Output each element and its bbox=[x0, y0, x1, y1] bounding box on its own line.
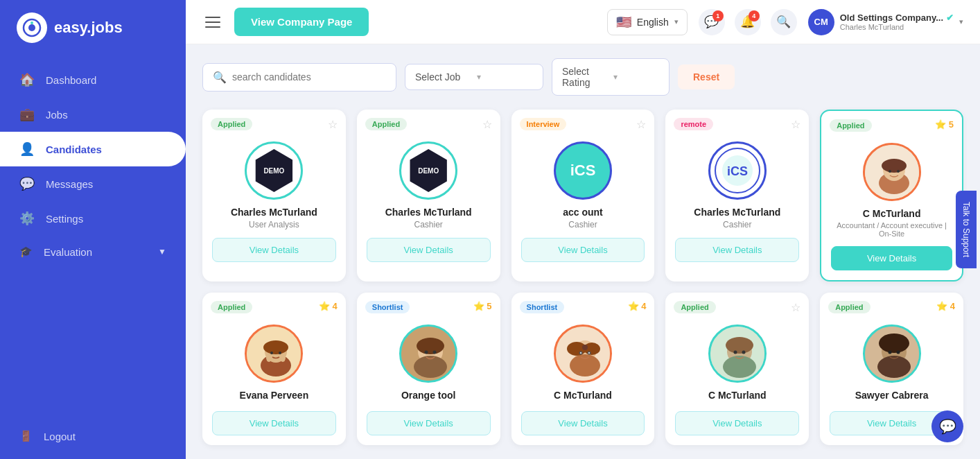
view-details-button[interactable]: View Details bbox=[675, 238, 799, 262]
messages-icon: 💬 bbox=[19, 176, 35, 191]
sidebar-nav: 🏠 Dashboard 💼 Jobs 👤 Candidates 💬 Messag… bbox=[0, 55, 186, 459]
view-details-button[interactable]: View Details bbox=[521, 411, 645, 435]
sidebar-item-settings[interactable]: ⚙️ Settings bbox=[0, 201, 186, 236]
avatar bbox=[245, 324, 303, 383]
candidate-job: Cashier bbox=[414, 220, 443, 230]
reset-button[interactable]: Reset bbox=[678, 64, 735, 89]
star-button[interactable]: ☆ bbox=[482, 118, 492, 131]
sidebar-label-messages: Messages bbox=[46, 178, 93, 190]
candidate-card: Applied ☆ DEMO Charles McTurland Cashier… bbox=[357, 110, 500, 282]
avatar: iCS bbox=[708, 141, 767, 200]
candidates-grid-row1: Applied ☆ DEMO Charles McTurland User An… bbox=[202, 110, 963, 282]
menu-line2 bbox=[205, 21, 220, 23]
sidebar-item-jobs[interactable]: 💼 Jobs bbox=[0, 97, 186, 132]
status-badge: Applied bbox=[365, 118, 407, 130]
language-selector[interactable]: 🇺🇸 English ▾ bbox=[607, 9, 688, 35]
status-badge: Shortlist bbox=[365, 301, 410, 313]
search-icon: 🔍 bbox=[213, 71, 227, 84]
star-rating: ⭐ 5 bbox=[473, 301, 492, 311]
chat-icon-button[interactable]: 💬 1 bbox=[699, 9, 725, 35]
sidebar-label-settings: Settings bbox=[46, 213, 83, 225]
main-area: View Company Page 🇺🇸 English ▾ 💬 1 🔔 4 🔍… bbox=[186, 0, 980, 459]
sidebar-item-dashboard[interactable]: 🏠 Dashboard bbox=[0, 62, 186, 97]
sidebar-label-jobs: Jobs bbox=[46, 109, 68, 121]
demo-logo: DEMO bbox=[407, 149, 450, 192]
svg-point-47 bbox=[896, 351, 900, 354]
sidebar-item-candidates[interactable]: 👤 Candidates bbox=[0, 132, 186, 166]
view-company-button[interactable]: View Company Page bbox=[234, 8, 369, 36]
app-logo: easy.jobs bbox=[0, 0, 186, 55]
sidebar-label-candidates: Candidates bbox=[46, 144, 102, 155]
status-badge: Interview bbox=[520, 118, 567, 130]
star-button[interactable]: ☆ bbox=[636, 118, 646, 131]
star-button[interactable]: ☆ bbox=[791, 118, 800, 131]
view-details-button[interactable]: View Details bbox=[831, 246, 952, 270]
search-input[interactable] bbox=[232, 71, 371, 83]
view-details-button[interactable]: View Details bbox=[521, 238, 645, 262]
svg-point-45 bbox=[879, 334, 909, 353]
lang-chevron-icon: ▾ bbox=[674, 17, 679, 26]
logo-icon bbox=[17, 12, 47, 43]
candidate-name: Charles McTurland bbox=[694, 207, 780, 218]
svg-point-19 bbox=[280, 354, 286, 362]
view-details-button[interactable]: View Details bbox=[212, 238, 336, 262]
sidebar-item-messages[interactable]: 💬 Messages bbox=[0, 166, 186, 201]
sidebar-label-dashboard: Dashboard bbox=[46, 74, 96, 86]
sidebar: easy.jobs 🏠 Dashboard 💼 Jobs 👤 Candidate… bbox=[0, 0, 186, 459]
candidate-name: C McTurland bbox=[708, 390, 767, 401]
home-icon: 🏠 bbox=[19, 72, 35, 87]
svg-point-18 bbox=[266, 354, 272, 362]
user-text: Old Settings Company... ✔ Charles McTurl… bbox=[840, 12, 954, 31]
svg-point-28 bbox=[570, 354, 600, 376]
user-info[interactable]: CM Old Settings Company... ✔ Charles McT… bbox=[808, 9, 963, 35]
avatar: CM bbox=[808, 9, 834, 35]
avatar bbox=[708, 324, 767, 383]
notification-badge: 4 bbox=[749, 10, 760, 21]
chat-badge: 1 bbox=[712, 10, 724, 21]
svg-text:iCS: iCS bbox=[727, 164, 748, 178]
candidate-name: Charles McTurland bbox=[385, 207, 472, 218]
search-icon-button[interactable]: 🔍 bbox=[771, 9, 797, 35]
menu-line1 bbox=[205, 17, 220, 18]
candidate-name: Sawyer Cabrera bbox=[855, 390, 929, 401]
select-job-wrap[interactable]: Select Job ▾ bbox=[405, 64, 543, 90]
star-button[interactable]: ☆ bbox=[791, 301, 800, 314]
candidates-grid-row2: Applied ⭐ 4 bbox=[202, 293, 963, 445]
candidate-job: User Analysis bbox=[249, 220, 299, 230]
svg-point-24 bbox=[425, 351, 428, 354]
avatar bbox=[399, 324, 457, 383]
view-details-button[interactable]: View Details bbox=[212, 411, 336, 435]
notification-button[interactable]: 🔔 4 bbox=[735, 9, 761, 35]
status-badge: Applied bbox=[830, 119, 871, 132]
evaluation-icon: 🎓 bbox=[19, 245, 33, 258]
avatar: iCS bbox=[554, 141, 612, 200]
view-details-button[interactable]: View Details bbox=[367, 411, 491, 435]
chat-fab[interactable]: 💬 bbox=[931, 410, 963, 442]
search-wrap: 🔍 bbox=[202, 63, 396, 92]
svg-point-9 bbox=[882, 159, 907, 173]
sidebar-item-evaluation[interactable]: 🎓 Evaluation ▼ bbox=[0, 236, 186, 268]
menu-button[interactable] bbox=[202, 14, 223, 31]
sidebar-label-evaluation: Evaluation bbox=[44, 246, 92, 258]
user-name: Charles McTurland bbox=[840, 23, 954, 31]
view-details-button[interactable]: View Details bbox=[367, 238, 491, 262]
content-area: 🔍 Select Job ▾ Select Rating ▾ Reset App… bbox=[186, 44, 980, 459]
avatar: DEMO bbox=[399, 141, 457, 200]
menu-line3 bbox=[205, 26, 220, 28]
svg-point-35 bbox=[582, 345, 588, 350]
candidate-card: Applied ☆ DEMO Charles McTurland User An… bbox=[202, 110, 346, 282]
select-rating-wrap[interactable]: Select Rating ▾ bbox=[552, 58, 670, 96]
status-badge: Applied bbox=[211, 301, 252, 313]
candidate-card: Shortlist ⭐ 4 bbox=[511, 293, 655, 445]
user-chevron-icon: ▾ bbox=[959, 17, 963, 26]
star-rating: ⭐ 4 bbox=[628, 301, 647, 311]
svg-point-16 bbox=[270, 352, 273, 354]
candidate-card: Applied ⭐ 4 bbox=[202, 293, 346, 445]
star-button[interactable]: ☆ bbox=[328, 118, 338, 131]
candidate-job: Cashier bbox=[723, 220, 751, 230]
support-tab[interactable]: Talk to Support bbox=[956, 191, 977, 268]
avatar bbox=[554, 324, 612, 383]
view-details-button[interactable]: View Details bbox=[675, 411, 799, 435]
sidebar-item-logout[interactable]: 🚪 Logout bbox=[0, 420, 186, 452]
candidate-name: Orange tool bbox=[401, 390, 456, 401]
